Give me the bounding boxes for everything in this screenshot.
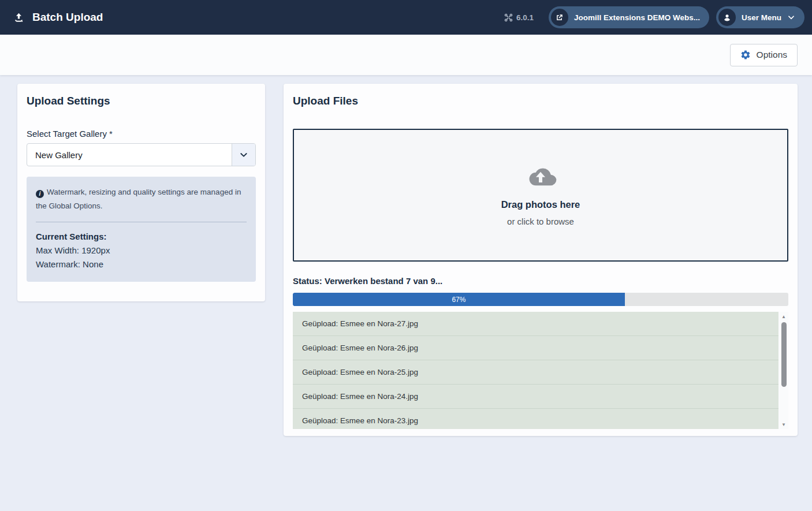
log-item-text: Geüpload: Esmee en Nora-27.jpg [302,319,418,328]
topbar: Batch Upload 6.0.1 Joomill Extensions DE… [0,0,812,35]
upload-log: Geüpload: Esmee en Nora-27.jpg Geüpload:… [293,312,788,429]
dropzone-secondary-text: or click to browse [507,217,574,226]
demo-site-button[interactable]: Joomill Extensions DEMO Webs... [549,6,709,28]
log-item: Geüpload: Esmee en Nora-24.jpg [293,385,779,409]
info-icon: i [36,190,44,198]
log-item-text: Geüpload: Esmee en Nora-24.jpg [302,392,418,401]
settings-info-box: iWatermark, resizing and quality setting… [27,177,256,282]
current-max-width: Max Width: 1920px [36,244,247,258]
options-button[interactable]: Options [730,44,798,66]
topbar-brand: Batch Upload [13,11,103,24]
log-item: Geüpload: Esmee en Nora-25.jpg [293,360,779,385]
external-link-icon [551,9,568,26]
upload-settings-card: Upload Settings Select Target Gallery * … [17,84,265,301]
target-gallery-label: Select Target Gallery * [27,129,256,139]
dropzone-primary-text: Drag photos here [501,199,580,210]
current-watermark: Watermark: None [36,258,247,271]
user-menu-label: User Menu [742,13,781,22]
log-item-text: Geüpload: Esmee en Nora-23.jpg [302,416,418,425]
progress-bar: 67% [293,293,788,306]
chevron-down-icon [787,13,795,21]
info-note-text: Watermark, resizing and quality settings… [36,188,241,210]
log-item-text: Geüpload: Esmee en Nora-26.jpg [302,344,418,352]
upload-files-title: Upload Files [293,95,788,107]
upload-status-text: Status: Verwerken bestand 7 van 9... [293,276,788,286]
user-menu-button[interactable]: User Menu [716,6,804,28]
progress-percent-label: 67% [452,296,465,304]
log-item-text: Geüpload: Esmee en Nora-25.jpg [302,368,418,376]
user-icon [718,9,736,26]
joomla-version: 6.0.1 [504,13,534,22]
info-divider [36,222,247,222]
topbar-actions: 6.0.1 Joomill Extensions DEMO Webs... Us… [504,6,804,28]
upload-files-card: Upload Files Drag photos here or click t… [284,84,798,436]
main-content: Upload Settings Select Target Gallery * … [0,75,812,436]
scrollbar-down-arrow-icon[interactable]: ▼ [779,420,788,429]
version-label: 6.0.1 [516,13,534,22]
dropzone[interactable]: Drag photos here or click to browse [293,129,788,262]
log-item: Geüpload: Esmee en Nora-23.jpg [293,409,779,429]
log-item: Geüpload: Esmee en Nora-27.jpg [293,312,779,336]
demo-site-label: Joomill Extensions DEMO Webs... [574,13,700,22]
page-title: Batch Upload [32,11,103,24]
progress-fill: 67% [293,293,625,306]
options-label: Options [757,50,787,60]
log-item: Geüpload: Esmee en Nora-26.jpg [293,336,779,360]
target-gallery-select[interactable]: New Gallery [27,143,256,166]
scrollbar-thumb[interactable] [781,322,787,387]
upload-settings-title: Upload Settings [27,95,256,107]
scrollbar[interactable]: ▲ ▼ [779,312,788,429]
select-chevron-down-icon[interactable] [232,144,255,166]
scrollbar-up-arrow-icon[interactable]: ▲ [779,312,788,321]
upload-log-list: Geüpload: Esmee en Nora-27.jpg Geüpload:… [293,312,779,429]
upload-icon [13,12,25,24]
info-note: iWatermark, resizing and quality setting… [36,185,247,213]
toolbar: Options [0,35,812,75]
current-settings-heading: Current Settings: [36,230,247,244]
target-gallery-value: New Gallery [27,144,232,166]
gear-icon [740,50,751,60]
cloud-upload-icon [523,164,558,191]
joomla-logo-icon [504,13,513,22]
